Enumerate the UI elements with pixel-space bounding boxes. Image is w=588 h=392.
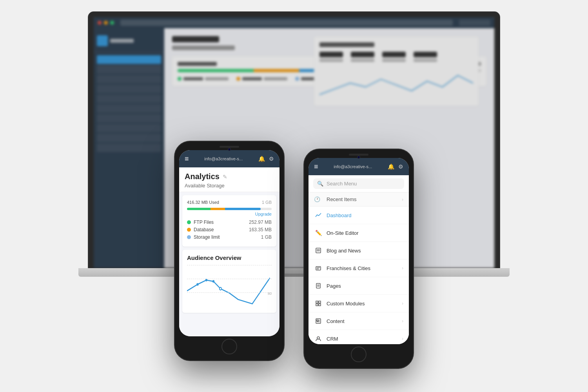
legend-ftp-label: FTP Files bbox=[194, 220, 214, 225]
menu-item-onsite-editor[interactable]: ✏️ On-Site Editor bbox=[309, 224, 409, 242]
phone-right-topbar: ≡ info@a3creative-s... 🔔 ⚙ bbox=[309, 158, 409, 175]
recent-items-row[interactable]: 🕐 Recent Items › bbox=[309, 192, 409, 207]
legend-dot-blue bbox=[187, 235, 191, 239]
storage-used-label: 416.32 MB Used bbox=[187, 200, 219, 205]
phone-right-content: 🕐 Recent Items › Dashboard bbox=[309, 192, 409, 344]
phone-left: ≡ info@a3creative-s... 🔔 ⚙ Analytics ✎ A… bbox=[174, 141, 284, 361]
menu-item-franchises[interactable]: Franchises & Cities › bbox=[309, 260, 409, 277]
bar-yellow bbox=[211, 208, 225, 210]
upgrade-link[interactable]: Upgrade bbox=[187, 212, 272, 216]
bar-blue bbox=[225, 208, 261, 210]
search-icon: 🔍 bbox=[317, 181, 323, 187]
legend-dot-green bbox=[187, 220, 191, 224]
legend-dot-yellow bbox=[187, 228, 191, 232]
svg-point-21 bbox=[317, 337, 319, 339]
menu-item-custom-modules[interactable]: Custom Modules › bbox=[309, 295, 409, 312]
svg-rect-13 bbox=[316, 301, 318, 303]
dashboard-icon bbox=[314, 211, 323, 220]
franchises-icon bbox=[314, 264, 323, 272]
phones-container: ≡ info@a3creative-s... 🔔 ⚙ Analytics ✎ A… bbox=[174, 141, 414, 368]
svg-rect-10 bbox=[316, 283, 320, 288]
laptop-sidebar bbox=[94, 28, 164, 268]
franchises-arrow-icon: › bbox=[402, 265, 403, 271]
svg-point-0 bbox=[196, 283, 198, 286]
search-box[interactable]: 🔍 Search Menu bbox=[313, 178, 404, 189]
svg-point-1 bbox=[205, 279, 207, 281]
phone-left-gear-icon[interactable]: ⚙ bbox=[269, 156, 274, 162]
analytics-title-row: Analytics ✎ bbox=[185, 172, 274, 181]
legend-db-value: 163.35 MB bbox=[249, 227, 272, 232]
menu-item-crm-label: CRM bbox=[327, 336, 402, 342]
edit-icon[interactable]: ✎ bbox=[223, 174, 227, 180]
phone-right-camera bbox=[357, 156, 360, 159]
menu-item-onsite-editor-label: On-Site Editor bbox=[327, 230, 403, 236]
menu-item-franchises-label: Franchises & Cities bbox=[327, 265, 402, 271]
phone-right-home-btn[interactable] bbox=[351, 347, 367, 362]
custom-modules-arrow-icon: › bbox=[402, 301, 403, 306]
svg-rect-16 bbox=[319, 304, 321, 306]
crm-arrow-icon: › bbox=[402, 336, 403, 341]
svg-rect-4 bbox=[316, 248, 321, 253]
phone-left-screen: ≡ info@a3creative-s... 🔔 ⚙ Analytics ✎ A… bbox=[179, 150, 279, 336]
phone-left-topbar-icons: 🔔 ⚙ bbox=[258, 156, 274, 162]
svg-rect-7 bbox=[316, 267, 321, 270]
menu-item-crm[interactable]: CRM › bbox=[309, 330, 409, 344]
menu-list: Dashboard ✏️ On-Site Editor bbox=[309, 207, 409, 344]
search-input[interactable]: Search Menu bbox=[327, 181, 357, 187]
content-arrow-icon: › bbox=[402, 318, 403, 324]
svg-rect-18 bbox=[317, 320, 318, 321]
phone-right-email: info@a3creative-s... bbox=[334, 164, 372, 169]
svg-rect-15 bbox=[316, 304, 318, 306]
blog-icon bbox=[314, 246, 323, 255]
menu-item-blog[interactable]: Blog and News bbox=[309, 242, 409, 260]
content-icon bbox=[314, 317, 323, 325]
phone-right-bell-icon[interactable]: 🔔 bbox=[388, 163, 394, 170]
phone-left-hamburger-icon[interactable]: ≡ bbox=[185, 155, 189, 163]
menu-item-pages[interactable]: Pages bbox=[309, 277, 409, 295]
menu-item-content[interactable]: Content › bbox=[309, 312, 409, 330]
phone-right-topbar-icons: 🔔 ⚙ bbox=[388, 163, 403, 170]
legend-database: Database 163.35 MB bbox=[187, 227, 272, 232]
storage-card: 416.32 MB Used 1 GB Upgrade FTP Files bbox=[182, 195, 276, 247]
recent-items-label: Recent Items bbox=[327, 196, 402, 202]
legend-storage: Storage limit 1 GB bbox=[187, 234, 272, 240]
phone-left-bell-icon[interactable]: 🔔 bbox=[258, 156, 265, 162]
legend-storage-left: Storage limit bbox=[187, 234, 220, 240]
phone-left-topbar: ≡ info@a3creative-s... 🔔 ⚙ bbox=[179, 150, 279, 167]
legend-storage-value: 1 GB bbox=[261, 234, 272, 240]
bar-green bbox=[187, 208, 211, 210]
phone-left-home-btn[interactable] bbox=[221, 339, 237, 354]
onsite-editor-icon: ✏️ bbox=[314, 229, 323, 237]
phone-right: ≡ info@a3creative-s... 🔔 ⚙ 🔍 Search Menu… bbox=[304, 149, 414, 368]
analytics-header: Analytics ✎ Available Storage bbox=[179, 167, 279, 192]
menu-item-blog-label: Blog and News bbox=[327, 248, 403, 254]
legend-ftp-left: FTP Files bbox=[187, 220, 214, 225]
phone-left-camera bbox=[228, 148, 231, 151]
analytics-subtitle: Available Storage bbox=[185, 183, 274, 189]
storage-total-label: 1 GB bbox=[262, 200, 272, 205]
audience-card: Audience Overview 80 bbox=[182, 250, 276, 313]
recent-clock-icon: 🕐 bbox=[314, 196, 323, 202]
legend-storage-label: Storage limit bbox=[194, 234, 220, 240]
phone-right-hamburger-icon[interactable]: ≡ bbox=[314, 163, 318, 171]
legend-ftp-value: 252.97 MB bbox=[249, 220, 272, 225]
custom-modules-icon bbox=[314, 299, 323, 308]
menu-search-container: 🔍 Search Menu bbox=[309, 175, 409, 192]
svg-rect-14 bbox=[319, 301, 321, 303]
recent-items-arrow: › bbox=[402, 197, 403, 202]
menu-item-dashboard[interactable]: Dashboard bbox=[309, 207, 409, 224]
phone-right-gear-icon[interactable]: ⚙ bbox=[398, 163, 403, 170]
laptop-topbar bbox=[94, 17, 494, 28]
legend-db-label: Database bbox=[194, 227, 214, 232]
phone-left-content: Analytics ✎ Available Storage 416.32 MB … bbox=[179, 167, 279, 336]
svg-point-3 bbox=[220, 287, 221, 290]
menu-item-pages-label: Pages bbox=[327, 283, 403, 289]
crm-icon bbox=[314, 334, 323, 343]
menu-item-custom-modules-label: Custom Modules bbox=[327, 301, 402, 307]
audience-chart-svg bbox=[187, 265, 272, 308]
menu-item-dashboard-label: Dashboard bbox=[327, 212, 403, 218]
svg-point-2 bbox=[212, 280, 214, 283]
menu-item-content-label: Content bbox=[327, 318, 402, 324]
phone-left-email: info@a3creative-s... bbox=[204, 156, 243, 161]
legend-ftp: FTP Files 252.97 MB bbox=[187, 220, 272, 225]
